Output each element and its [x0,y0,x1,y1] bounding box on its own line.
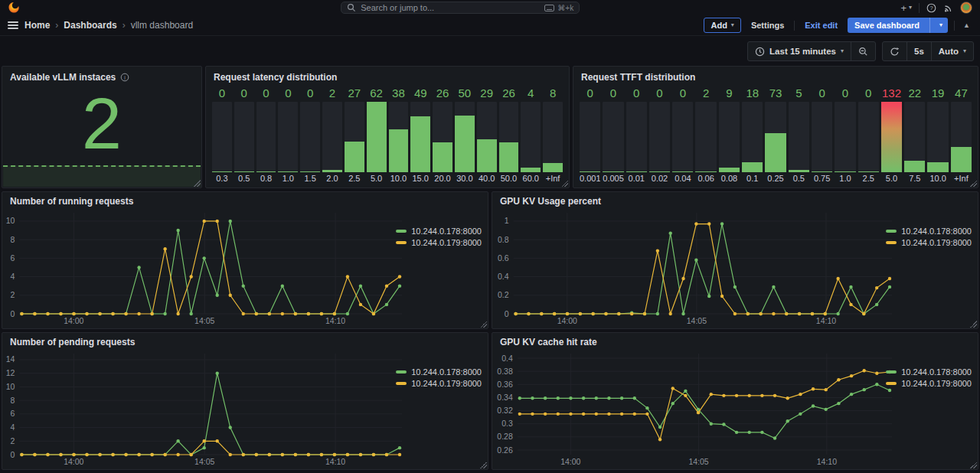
bar-gauge-column[interactable]: 01.5 [300,85,320,184]
timeseries-plot: 024681014:0014:0514:10 [2,207,488,326]
timeseries-plot: 0246810121414:0014:0514:10 [2,347,488,467]
bar-gauge-body[interactable]: 00.300.500.801.001.522.0272.5625.03810.0… [206,83,569,188]
legend-item[interactable]: 10.244.0.179:8000 [396,379,482,388]
bar-gauge-column[interactable]: 1325.0 [881,85,902,184]
search-bar[interactable]: ⌘+k [341,2,580,14]
bar-gauge-column[interactable]: 90.08 [719,85,740,184]
bar-track [927,102,948,172]
bar-gauge-column[interactable]: 00.5 [234,85,254,184]
panel-resize-handle[interactable] [970,321,977,328]
bar-gauge-column[interactable]: 00.3 [212,85,232,184]
timeseries-body[interactable]: 00.20.40.60.8114:0014:0514:1010.244.0.17… [492,207,978,328]
panel-resize-handle[interactable] [970,180,977,187]
panel-title[interactable]: Number of pending requests [10,337,135,347]
bar-gauge-column[interactable]: 00.04 [672,85,693,184]
news-button[interactable] [943,3,953,13]
breadcrumb-home[interactable]: Home [24,20,50,31]
panel-title[interactable]: Request TTFT distribution [581,72,695,83]
bar-gauge-body[interactable]: 00.00100.00500.0100.0200.0420.0690.08180… [573,83,978,188]
auto-refresh-picker[interactable]: Auto▾ [931,42,973,60]
user-avatar[interactable] [960,2,972,14]
add-new-button[interactable]: + ▾ [900,2,912,14]
menu-toggle-icon[interactable] [8,21,18,29]
timeseries-body[interactable]: 0246810121414:0014:0514:1010.244.0.178:8… [2,347,488,469]
bar-gauge-column[interactable]: 50.5 [789,85,809,184]
panel-title[interactable]: Available vLLM instaces [10,72,116,83]
svg-text:0.4: 0.4 [501,354,513,363]
refresh-interval-label[interactable]: 5s [906,42,931,60]
bar-gauge-column[interactable]: 3810.0 [389,85,409,184]
panel-title[interactable]: Number of running requests [10,196,133,207]
bar-gauge-column[interactable]: 00.75 [812,85,832,184]
bar-gauge-column[interactable]: 22.0 [322,85,342,184]
legend-item[interactable]: 10.244.0.178:8000 [886,227,972,236]
panel-resize-handle[interactable] [194,180,201,187]
bar-gauge-column[interactable]: 625.0 [367,85,387,184]
bar-gauge-column[interactable]: 02.5 [858,85,879,184]
bar-value-label: 2 [695,85,716,102]
panel-title[interactable]: GPU KV Usage percent [500,196,601,207]
panel-resize-handle[interactable] [970,462,977,468]
info-icon[interactable]: i [120,73,129,82]
panel-resize-handle[interactable] [480,321,487,328]
settings-button[interactable]: Settings [747,18,788,33]
bar-gauge-column[interactable]: 00.8 [256,85,276,184]
bar-value-label: 0 [256,85,276,102]
search-input[interactable] [361,3,540,12]
panel-resize-handle[interactable] [561,180,568,187]
bar-gauge-column[interactable]: 00.01 [626,85,647,184]
panel-resize-handle[interactable] [480,462,487,468]
bar-gauge-column[interactable]: 2940.0 [477,85,497,184]
bar-fill [278,171,298,172]
bar-gauge-column[interactable]: 8+Inf [543,85,563,184]
svg-text:0.28: 0.28 [497,432,513,441]
bar-x-label: 0.04 [672,172,693,184]
bar-gauge-column[interactable]: 5030.0 [455,85,475,184]
panel-title[interactable]: GPU KV cache hit rate [500,337,597,347]
rss-icon [943,3,953,13]
chevron-down-icon: ▾ [963,48,966,54]
legend-item[interactable]: 10.244.0.179:8000 [886,238,972,247]
exit-edit-button[interactable]: Exit edit [801,18,841,33]
bar-gauge-column[interactable]: 2620.0 [433,85,452,184]
breadcrumb-dashboards[interactable]: Dashboards [64,20,116,31]
bar-gauge-column[interactable]: 01.0 [278,85,298,184]
svg-text:4: 4 [11,422,15,432]
bar-gauge-column[interactable]: 1910.0 [927,85,948,184]
svg-text:8: 8 [11,235,15,244]
bar-gauge-column[interactable]: 00.02 [649,85,670,184]
collapse-toolbar-button[interactable]: ▲ [961,21,972,29]
save-dashboard-button[interactable]: Save dashboard▾ [848,18,948,33]
svg-text:8: 8 [11,396,15,405]
legend-item[interactable]: 10.244.0.178:8000 [396,227,482,236]
bar-gauge-column[interactable]: 272.5 [345,85,364,184]
time-range-picker[interactable]: Last 15 minutes ▾ [748,42,851,60]
legend-item[interactable]: 10.244.0.179:8000 [396,238,482,247]
bar-gauge-column[interactable]: 00.005 [603,85,623,184]
svg-text:10: 10 [6,216,15,225]
legend-item[interactable]: 10.244.0.178:8000 [396,367,482,377]
bar-gauge-column[interactable]: 730.25 [765,85,786,184]
timeseries-body[interactable]: 024681014:0014:0514:1010.244.0.178:80001… [2,207,488,328]
zoom-out-button[interactable] [851,42,875,60]
legend-item[interactable]: 10.244.0.179:8000 [886,379,972,388]
timeseries-body[interactable]: 0.260.280.30.320.340.360.380.414:0014:05… [492,347,978,469]
bar-gauge-column[interactable]: 227.5 [904,85,925,184]
refresh-button[interactable] [883,42,906,60]
bar-gauge-column[interactable]: 01.0 [835,85,855,184]
timeseries-plot: 0.260.280.30.320.340.360.380.414:0014:05… [492,347,978,467]
bar-gauge-column[interactable]: 180.1 [742,85,763,184]
bar-gauge-column[interactable]: 2650.0 [499,85,519,184]
bar-gauge-column[interactable]: 460.0 [521,85,541,184]
legend-item[interactable]: 10.244.0.178:8000 [886,367,972,377]
stat-panel-body[interactable]: 2 [2,83,201,188]
bar-track [543,102,563,172]
help-button[interactable]: ? [926,3,936,13]
add-button[interactable]: Add▾ [704,18,740,33]
panel-title[interactable]: Request latency distribution [214,72,337,83]
bar-gauge-column[interactable]: 4915.0 [410,85,430,184]
bar-gauge-column[interactable]: 20.06 [695,85,716,184]
grafana-logo-icon[interactable] [8,2,20,14]
bar-gauge-column[interactable]: 47+Inf [951,85,972,184]
bar-gauge-column[interactable]: 00.001 [580,85,600,184]
